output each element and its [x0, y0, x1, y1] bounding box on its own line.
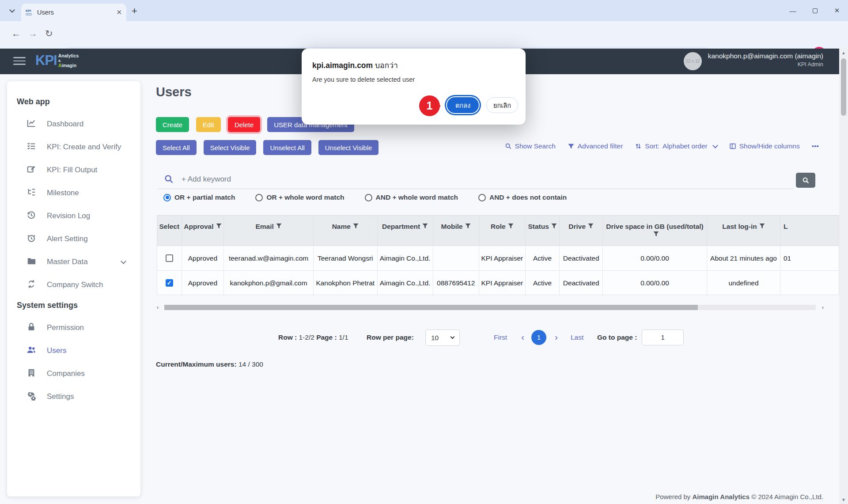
pagination-bar: Row : 1-2/2 Page : 1/1 Row per page: 10 … [0, 330, 848, 346]
column-header-last-log-in[interactable]: Last log-in [707, 216, 780, 246]
filter-funnel-icon[interactable] [274, 223, 282, 230]
sort-dropdown[interactable]: Sort: Alphabet order [635, 142, 717, 150]
vscroll-thumb[interactable] [841, 58, 846, 116]
radio-icon[interactable] [365, 194, 372, 201]
search-mode-option[interactable]: OR + partial match [163, 193, 235, 201]
filter-funnel-icon[interactable] [214, 223, 222, 230]
new-tab-button[interactable]: + [132, 5, 137, 17]
show-search-button[interactable]: Show Search [505, 142, 556, 150]
hscroll-thumb[interactable] [164, 305, 698, 310]
column-header-email[interactable]: Email [224, 216, 314, 246]
sidebar-item-companies[interactable]: Companies [7, 362, 140, 385]
delete-button[interactable]: Delete [228, 117, 260, 132]
header-user-info[interactable]: kanokphon.p@aimagin.com (aimagin) KPI Ad… [708, 52, 823, 68]
prev-page-icon[interactable]: ‹ [521, 332, 524, 342]
goto-page-input[interactable] [642, 330, 684, 345]
sidebar-item-dashboard[interactable]: Dashboard [7, 113, 140, 136]
horizontal-scrollbar[interactable]: ‹ › [157, 304, 824, 311]
search-mode-option[interactable]: AND + does not contain [478, 193, 567, 201]
column-label: Email [255, 223, 273, 230]
search-mode-options: OR + partial matchOR + whole word matchA… [163, 193, 567, 201]
keyword-search-bar [156, 171, 816, 189]
vertical-scrollbar[interactable]: ▲ ▼ [839, 49, 848, 504]
sidebar-item-alert-setting[interactable]: Alert Setting [7, 227, 140, 250]
close-tab-icon[interactable]: ✕ [116, 8, 122, 16]
hscroll-track[interactable] [164, 305, 816, 310]
keyword-input[interactable] [182, 171, 791, 187]
dialog-cancel-button[interactable]: ยกเลิก [486, 97, 518, 113]
maximize-button[interactable] [804, 7, 826, 15]
unselect-all-button[interactable]: Unselect All [263, 140, 311, 155]
search-mode-option[interactable]: AND + whole word match [365, 193, 458, 201]
radio-icon[interactable] [255, 194, 263, 201]
table-cell: Active [525, 246, 559, 271]
select-visible-button[interactable]: Select Visible [204, 140, 257, 155]
radio-icon[interactable] [478, 194, 486, 201]
table-row: Approvedteeranad.w@aimagin.comTeeranad W… [157, 246, 839, 271]
step-annotation-badge: 1 [419, 95, 440, 116]
sidebar-item-milestone[interactable]: Milestone [7, 182, 140, 205]
column-header-approval[interactable]: Approval [182, 216, 224, 246]
column-header-name[interactable]: Name [313, 216, 377, 246]
filter-funnel-icon[interactable] [506, 223, 514, 230]
row-checkbox-checked[interactable]: ✓ [166, 279, 173, 287]
current-page-badge[interactable]: 1 [531, 330, 546, 345]
show-hide-columns-button[interactable]: Show/Hide columns [729, 142, 800, 150]
hamburger-menu-icon[interactable] [13, 57, 26, 67]
create-button[interactable]: Create [156, 117, 189, 132]
column-label: Drive [568, 223, 586, 230]
filter-funnel-icon[interactable] [651, 231, 659, 238]
unselect-visible-button[interactable]: Unselect Visible [318, 140, 379, 155]
sidebar-item-master-data[interactable]: Master Data [7, 250, 140, 273]
column-header-role[interactable]: Role [479, 216, 525, 246]
scroll-down-icon[interactable]: ▼ [839, 497, 848, 502]
back-icon[interactable]: ← [11, 28, 21, 39]
sidebar-item-kpi-fill-output[interactable]: KPI: Fill Output [7, 159, 140, 182]
row-checkbox[interactable] [166, 254, 173, 262]
column-header-l: L [780, 216, 839, 246]
more-options-button[interactable]: ••• [812, 142, 819, 150]
scroll-right-icon[interactable]: › [822, 304, 824, 311]
edit-button[interactable]: Edit [196, 117, 221, 132]
filter-funnel-icon[interactable] [586, 223, 594, 230]
first-page-link[interactable]: First [494, 333, 507, 341]
browser-tab[interactable]: KPI Users ✕ [21, 4, 126, 21]
search-submit-button[interactable] [796, 173, 815, 188]
user-avatar-placeholder[interactable]: 32 x 32 [684, 52, 702, 70]
column-label: Mobile [441, 223, 463, 230]
select-all-button[interactable]: Select All [156, 140, 197, 155]
close-window-button[interactable]: ✕ [826, 7, 848, 15]
column-header-mobile[interactable]: Mobile [433, 216, 479, 246]
sidebar-item-revision-log[interactable]: Revision Log [7, 205, 140, 227]
rows-per-page-select[interactable]: 10 [425, 330, 460, 346]
advanced-filter-button[interactable]: Advanced filter [568, 142, 623, 150]
filter-funnel-icon[interactable] [351, 223, 359, 230]
column-header-drive[interactable]: Drive [560, 216, 603, 246]
tab-search-button[interactable] [5, 4, 19, 17]
next-page-icon[interactable]: › [555, 332, 558, 342]
last-page-link[interactable]: Last [571, 333, 583, 341]
kpi-logo[interactable]: KPI Analytics & Aimagin [35, 53, 79, 68]
column-header-status[interactable]: Status [525, 216, 559, 246]
search-mode-option[interactable]: OR + whole word match [255, 193, 344, 201]
reload-icon[interactable]: ↻ [45, 28, 53, 39]
column-header-department[interactable]: Department [377, 216, 433, 246]
forward-icon[interactable]: → [28, 28, 38, 39]
filter-funnel-icon[interactable] [549, 223, 557, 230]
minimize-button[interactable]: — [782, 7, 804, 15]
column-header-drive-space-in-gb-used-total-[interactable]: Drive space in GB (used/total) [602, 216, 707, 246]
column-label: Role [491, 223, 506, 230]
scroll-left-icon[interactable]: ‹ [157, 304, 159, 311]
filter-funnel-icon[interactable] [757, 223, 765, 230]
sidebar-item-label: Alert Setting [47, 235, 88, 243]
filter-funnel-icon[interactable] [420, 223, 428, 230]
dialog-ok-button[interactable]: ตกลง [447, 97, 479, 113]
filter-funnel-icon[interactable] [463, 223, 471, 230]
scroll-up-icon[interactable]: ▲ [839, 50, 848, 55]
sidebar-item-settings[interactable]: Settings [7, 385, 140, 408]
search-icon [164, 174, 174, 186]
radio-selected-icon[interactable] [163, 194, 171, 201]
sidebar-item-kpi-create-and-verify[interactable]: KPI: Create and Verify [7, 136, 140, 159]
browser-toolbar: ← → ↻ kpi.aimagin.com/?_pageId=_page_use… [0, 21, 848, 49]
sidebar-item-company-switch[interactable]: Company Switch [7, 273, 140, 296]
